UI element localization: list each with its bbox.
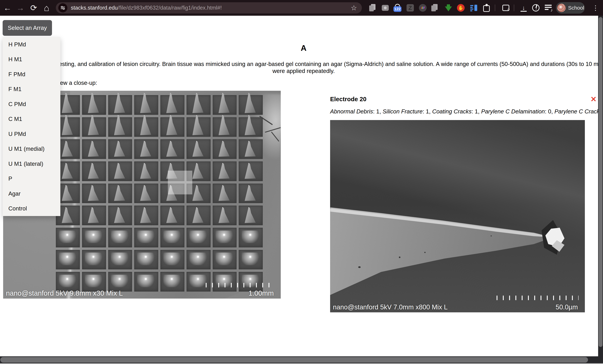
electrode-tip[interactable] <box>164 206 179 224</box>
electrode-cell[interactable] <box>108 139 132 159</box>
electrode-cell[interactable] <box>239 161 263 181</box>
horizontal-scrollbar-thumb[interactable] <box>0 357 588 363</box>
electrode-tip[interactable] <box>189 231 208 243</box>
electrode-tip[interactable] <box>216 231 234 243</box>
electrode-cell[interactable] <box>56 272 80 292</box>
electrode-cell[interactable] <box>213 184 237 203</box>
reload-icon[interactable]: ⟳ <box>28 0 40 16</box>
electrode-tip[interactable] <box>243 184 257 201</box>
electrode-tip[interactable] <box>217 140 231 157</box>
electrode-cell[interactable] <box>213 95 237 115</box>
electrode-tip[interactable] <box>216 252 234 265</box>
electrode-tip[interactable] <box>163 231 182 243</box>
electrode-cell[interactable] <box>239 250 263 270</box>
electrode-cell[interactable] <box>108 117 132 137</box>
electrode-tip[interactable] <box>111 231 129 243</box>
electrode-tip[interactable] <box>189 252 208 265</box>
electrode-tip[interactable] <box>189 275 208 287</box>
forward-icon[interactable]: → <box>14 0 26 16</box>
electrode-tip[interactable] <box>217 206 231 224</box>
downloads-icon[interactable]: ↓ <box>520 4 527 12</box>
electrode-cell[interactable] <box>134 184 158 203</box>
extension-tab-counter-icon[interactable]: 122 <box>394 4 401 12</box>
menu-item-f-pmd[interactable]: F PMd <box>3 67 60 82</box>
electrode-cell[interactable] <box>82 272 106 292</box>
electrode-tip[interactable] <box>111 252 129 265</box>
menu-item-u-m1-lateral-[interactable]: U M1 (lateral) <box>3 156 60 171</box>
menu-item-u-pmd[interactable]: U PMd <box>3 127 60 141</box>
performance-bolt-icon[interactable] <box>532 4 540 12</box>
electrode-tip[interactable] <box>60 184 74 201</box>
electrode-cell[interactable] <box>213 139 237 159</box>
site-info-icon[interactable] <box>58 3 67 12</box>
extension-iiif-icon[interactable]: iiif <box>419 4 427 12</box>
electrode-tip[interactable] <box>190 206 205 224</box>
electrode-cell[interactable] <box>56 250 80 270</box>
electrode-cell[interactable] <box>134 206 158 225</box>
electrode-cell[interactable] <box>134 117 158 137</box>
electrode-cell[interactable] <box>186 139 211 159</box>
vertical-scrollbar-track[interactable] <box>598 16 603 356</box>
electrode-cell[interactable] <box>134 95 158 115</box>
electrode-cell[interactable] <box>213 272 237 292</box>
electrode-tip[interactable] <box>60 162 74 180</box>
selected-electrode-highlight[interactable] <box>168 171 192 194</box>
electrode-cell[interactable] <box>213 117 237 137</box>
electrode-cell[interactable] <box>213 161 237 181</box>
electrode-tip[interactable] <box>85 252 103 265</box>
electrode-cell[interactable] <box>160 139 185 159</box>
electrode-tip[interactable] <box>242 252 260 265</box>
electrode-tip[interactable] <box>163 275 182 287</box>
electrode-tip[interactable] <box>59 252 77 265</box>
electrode-tip[interactable] <box>86 140 101 157</box>
electrode-tip[interactable] <box>164 92 179 114</box>
electrode-tip[interactable] <box>217 114 231 136</box>
electrode-tip[interactable] <box>137 231 155 243</box>
electrode-tip[interactable] <box>217 92 231 114</box>
electrode-cell[interactable] <box>134 139 158 159</box>
electrode-cell[interactable] <box>186 250 211 270</box>
electrode-tip[interactable] <box>60 114 74 136</box>
menu-item-c-m1[interactable]: C M1 <box>3 112 60 127</box>
electrode-tip[interactable] <box>60 92 74 114</box>
electrode-tip[interactable] <box>86 184 101 201</box>
electrode-cell[interactable] <box>239 139 263 159</box>
electrode-cell[interactable] <box>82 184 106 203</box>
electrode-tip[interactable] <box>217 162 231 180</box>
electrode-cell[interactable] <box>239 95 263 115</box>
electrode-tip[interactable] <box>60 140 74 157</box>
electrode-cell[interactable] <box>186 95 211 115</box>
electrode-tip[interactable] <box>112 92 127 114</box>
electrode-tip[interactable] <box>86 114 101 136</box>
browser-menu-icon[interactable]: ⋮ <box>591 0 600 16</box>
close-panel-button[interactable]: ✕ <box>591 96 597 103</box>
electrode-cell[interactable] <box>239 184 263 203</box>
electrode-tip[interactable] <box>138 92 153 114</box>
electrode-cell[interactable] <box>160 206 185 225</box>
electrode-tip[interactable] <box>243 206 257 224</box>
electrode-tip[interactable] <box>138 114 153 136</box>
menu-item-control[interactable]: Control <box>3 201 60 216</box>
vertical-scrollbar-thumb[interactable] <box>599 17 603 347</box>
electrode-tip[interactable] <box>138 206 153 224</box>
electrode-cell[interactable] <box>160 272 185 292</box>
electrode-cell[interactable] <box>160 250 185 270</box>
electrode-cell[interactable] <box>82 117 106 137</box>
extension-reading-list-icon[interactable] <box>470 4 477 12</box>
electrode-cell[interactable] <box>134 272 158 292</box>
menu-item-agar[interactable]: Agar <box>3 186 60 201</box>
electrode-cell[interactable] <box>108 250 132 270</box>
electrode-cell[interactable] <box>186 272 211 292</box>
electrode-tip[interactable] <box>190 140 205 157</box>
electrode-cell[interactable] <box>160 95 185 115</box>
electrode-tip[interactable] <box>164 140 179 157</box>
electrode-tip[interactable] <box>111 275 129 287</box>
electrode-tip[interactable] <box>86 206 101 224</box>
electrode-tip[interactable] <box>138 162 153 180</box>
electrode-tip[interactable] <box>112 140 127 157</box>
electrode-tip[interactable] <box>112 206 127 224</box>
electrode-cell[interactable] <box>82 228 106 247</box>
electrode-tip[interactable] <box>85 231 103 243</box>
electrode-tip[interactable] <box>112 114 127 136</box>
electrode-cell[interactable] <box>213 206 237 225</box>
